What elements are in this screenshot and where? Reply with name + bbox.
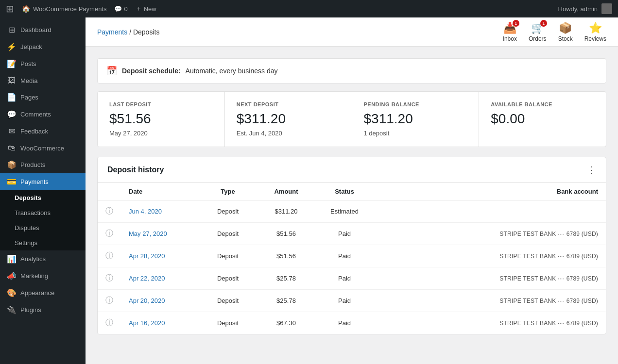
row-type: Deposit — [199, 200, 257, 223]
row-bank: STRIPE TEST BANK ···· 6789 (USD) — [374, 290, 606, 312]
row-type: Deposit — [199, 312, 257, 334]
row-bank: STRIPE TEST BANK ···· 6789 (USD) — [374, 245, 606, 267]
row-status: Paid — [315, 312, 374, 334]
breadcrumb-parent[interactable]: Payments — [97, 28, 127, 36]
stat-next-deposit-sub: Est. Jun 4, 2020 — [237, 130, 340, 137]
sidebar-item-woocommerce[interactable]: 🛍 WooCommerce — [0, 140, 86, 156]
site-name[interactable]: 🏠 WooCommerce Payments — [22, 5, 106, 13]
row-date-link[interactable]: Apr 16, 2020 — [129, 319, 165, 327]
row-status: Paid — [315, 290, 374, 312]
media-icon: 🖼 — [7, 76, 17, 85]
stat-next-deposit-value: $311.20 — [237, 111, 340, 127]
breadcrumb: Payments / Deposits — [97, 28, 503, 36]
top-icons: 📥 1 Inbox 🛒 1 Orders 📦 Stock — [503, 22, 606, 42]
sidebar-item-feedback[interactable]: ✉ Feedback — [0, 123, 86, 140]
stock-button[interactable]: 📦 Stock — [558, 22, 573, 42]
sidebar-item-marketing[interactable]: 📣 Marketing — [0, 267, 86, 284]
wp-logo-icon: ⊞ — [6, 3, 14, 15]
payments-icon: 💳 — [7, 177, 17, 186]
sidebar: ⊞ Dashboard ⚡ Jetpack 📝 Posts 🖼 Media 📄 … — [0, 17, 86, 364]
stock-label: Stock — [558, 35, 573, 42]
sidebar-item-payments[interactable]: 💳 Payments — [0, 173, 86, 190]
sidebar-item-dashboard[interactable]: ⊞ Dashboard — [0, 21, 86, 38]
stock-icon: 📦 — [559, 22, 572, 34]
stat-available-balance: AVAILABLE BALANCE $0.00 — [479, 92, 606, 147]
plus-icon: ＋ — [136, 4, 142, 13]
deposit-history-card: Deposit history ⋮ Date Type Amount Statu… — [97, 157, 606, 334]
sidebar-label-jetpack: Jetpack — [20, 43, 42, 50]
row-status: Paid — [315, 267, 374, 290]
orders-button[interactable]: 🛒 1 Orders — [529, 22, 547, 42]
sidebar-item-appearance[interactable]: 🎨 Appearance — [0, 284, 86, 301]
submenu-label-transactions: Transactions — [15, 209, 51, 216]
submenu-item-settings[interactable]: Settings — [0, 235, 86, 250]
feedback-icon: ✉ — [7, 127, 17, 136]
submenu-item-disputes[interactable]: Disputes — [0, 220, 86, 235]
payments-submenu: Deposits Transactions Disputes Settings — [0, 190, 86, 250]
stat-pending-balance: PENDING BALANCE $311.20 1 deposit — [352, 92, 480, 147]
col-header-icon — [98, 183, 121, 200]
sidebar-label-products: Products — [20, 161, 45, 168]
comments-link[interactable]: 💬 0 — [114, 5, 127, 13]
sidebar-item-pages[interactable]: 📄 Pages — [0, 89, 86, 106]
row-date-link[interactable]: Apr 22, 2020 — [129, 275, 165, 282]
reviews-button[interactable]: ⭐ Reviews — [584, 22, 606, 42]
inbox-badge: 1 — [513, 20, 519, 27]
site-house-icon: 🏠 — [22, 5, 30, 13]
sidebar-label-marketing: Marketing — [20, 272, 48, 280]
row-info-icon[interactable]: ⓘ — [98, 200, 121, 223]
row-info-icon[interactable]: ⓘ — [98, 245, 121, 267]
row-date-link[interactable]: Apr 28, 2020 — [129, 252, 165, 260]
deposit-schedule-value: Automatic, every business day — [186, 67, 278, 75]
sidebar-label-feedback: Feedback — [20, 128, 48, 135]
table-row: ⓘ Apr 16, 2020 Deposit $67.30 Paid STRIP… — [98, 312, 606, 334]
calendar-icon: 📅 — [106, 66, 117, 76]
col-header-amount[interactable]: Amount — [257, 183, 315, 200]
sidebar-item-products[interactable]: 📦 Products — [0, 156, 86, 173]
page-content: 📅 Deposit schedule: Automatic, every bus… — [86, 47, 618, 364]
sidebar-item-analytics[interactable]: 📊 Analytics — [0, 250, 86, 267]
sidebar-item-jetpack[interactable]: ⚡ Jetpack — [0, 38, 86, 55]
row-date-link[interactable]: Apr 20, 2020 — [129, 297, 165, 304]
row-bank: STRIPE TEST BANK ···· 6789 (USD) — [374, 223, 606, 245]
orders-badge: 1 — [540, 20, 547, 27]
row-type: Deposit — [199, 267, 257, 290]
row-info-icon[interactable]: ⓘ — [98, 267, 121, 290]
deposit-history-title: Deposit history — [107, 165, 164, 174]
sidebar-item-plugins[interactable]: 🔌 Plugins — [0, 301, 86, 318]
sidebar-item-comments[interactable]: 💬 Comments — [0, 106, 86, 123]
col-header-date[interactable]: Date — [121, 183, 199, 200]
woocommerce-icon: 🛍 — [7, 144, 17, 152]
more-options-button[interactable]: ⋮ — [586, 165, 596, 175]
table-header: Deposit history ⋮ — [98, 157, 606, 183]
comments-icon: 💬 — [7, 110, 17, 119]
new-link[interactable]: ＋ New — [136, 4, 156, 13]
col-header-bank[interactable]: Bank account — [374, 183, 606, 200]
sidebar-item-posts[interactable]: 📝 Posts — [0, 55, 86, 72]
row-status: Estimated — [315, 200, 374, 223]
col-header-type[interactable]: Type — [199, 183, 257, 200]
row-date-link[interactable]: May 27, 2020 — [129, 230, 167, 237]
dashboard-icon: ⊞ — [7, 25, 17, 34]
row-bank — [374, 200, 606, 223]
deposit-schedule-label: Deposit schedule: — [122, 67, 181, 75]
submenu-item-transactions[interactable]: Transactions — [0, 205, 86, 220]
row-bank: STRIPE TEST BANK ···· 6789 (USD) — [374, 312, 606, 334]
col-header-status[interactable]: Status — [315, 183, 374, 200]
row-type: Deposit — [199, 223, 257, 245]
stat-last-deposit: LAST DEPOSIT $51.56 May 27, 2020 — [98, 92, 225, 147]
inbox-button[interactable]: 📥 1 Inbox — [503, 22, 517, 42]
row-info-icon[interactable]: ⓘ — [98, 290, 121, 312]
stat-available-balance-value: $0.00 — [491, 111, 594, 127]
row-bank: STRIPE TEST BANK ···· 6789 (USD) — [374, 267, 606, 290]
deposit-history-table: Date Type Amount Status Bank account ⓘ J… — [98, 183, 606, 334]
row-info-icon[interactable]: ⓘ — [98, 312, 121, 334]
submenu-item-deposits[interactable]: Deposits — [0, 190, 86, 205]
sidebar-label-dashboard: Dashboard — [20, 26, 52, 33]
row-status: Paid — [315, 245, 374, 267]
sidebar-item-media[interactable]: 🖼 Media — [0, 72, 86, 89]
table-row: ⓘ Apr 20, 2020 Deposit $25.78 Paid STRIP… — [98, 290, 606, 312]
row-date-link[interactable]: Jun 4, 2020 — [129, 208, 162, 215]
row-date: Apr 28, 2020 — [121, 245, 199, 267]
row-info-icon[interactable]: ⓘ — [98, 223, 121, 245]
